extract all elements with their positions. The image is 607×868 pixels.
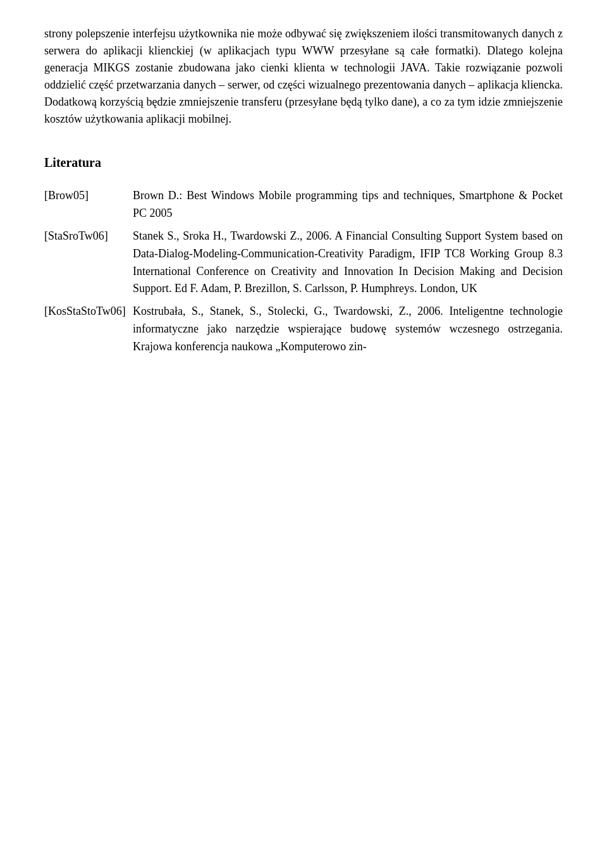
- reference-row-3: [KosStaStoTw06] Kostrubała, S., Stanek, …: [44, 300, 563, 358]
- references-table: [Brow05] Brown D.: Best Windows Mobile p…: [44, 185, 563, 358]
- reference-row-1: [Brow05] Brown D.: Best Windows Mobile p…: [44, 185, 563, 225]
- ref-key-3: [KosStaStoTw06]: [44, 300, 133, 358]
- ref-content-1: Brown D.: Best Windows Mobile programmin…: [133, 185, 563, 225]
- ref-key-2: [StaSroTw06]: [44, 225, 133, 301]
- ref-key-1: [Brow05]: [44, 185, 133, 225]
- literatura-heading: Literatura: [44, 153, 563, 172]
- body-paragraph: strony polepszenie interfejsu użytkownik…: [44, 25, 563, 128]
- ref-content-3: Kostrubała, S., Stanek, S., Stolecki, G.…: [133, 300, 563, 358]
- ref-content-2: Stanek S., Sroka H., Twardowski Z., 2006…: [133, 225, 563, 301]
- reference-row-2: [StaSroTw06] Stanek S., Sroka H., Twardo…: [44, 225, 563, 301]
